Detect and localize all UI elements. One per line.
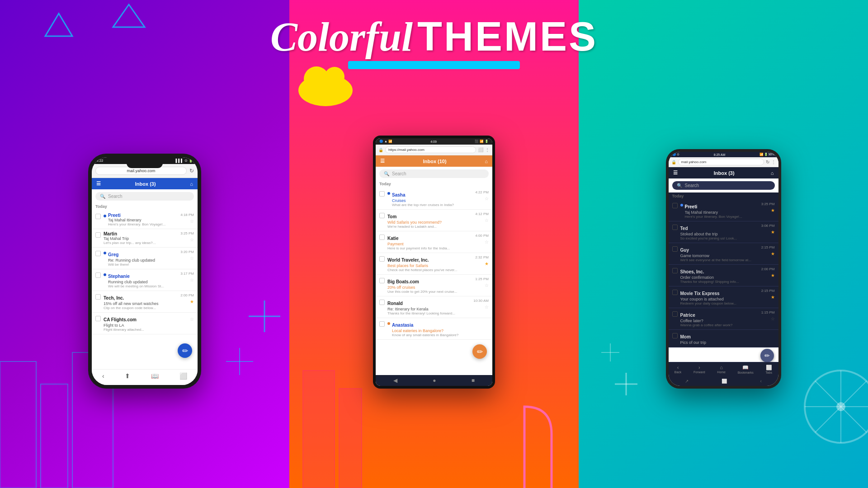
nav-home-android[interactable]: ● [433, 377, 436, 384]
home-icon-right[interactable]: ⌂ [771, 170, 774, 176]
email-time: 2:00 PM [180, 293, 194, 297]
hamburger-icon-middle[interactable]: ☰ [380, 158, 385, 164]
email-row-mid-6[interactable]: Anastasia Local eateries in Bangalore? K… [376, 318, 492, 340]
email-checkbox[interactable] [672, 225, 678, 230]
nav-tabs-sam[interactable]: ⬜ Tabs [765, 365, 772, 374]
email-star-icon[interactable]: ☆ [485, 283, 489, 288]
email-row-right-5[interactable]: Patrice Coffee later? Wanna grab a coffe… [669, 308, 778, 330]
email-time: 3:06 PM [761, 224, 775, 228]
email-star-icon[interactable]: ☆ [485, 218, 489, 223]
nav-recent-android[interactable]: ■ [472, 377, 475, 384]
email-star-icon[interactable]: ★ [771, 295, 775, 300]
email-star-icon[interactable]: ☆ [771, 316, 775, 321]
email-checkbox[interactable] [672, 268, 678, 273]
nav-bookmark-left[interactable]: 📖 [151, 372, 159, 380]
hamburger-icon-right[interactable]: ☰ [673, 170, 678, 176]
home-icon-middle[interactable]: ⌂ [485, 159, 488, 164]
email-row-mid-0[interactable]: Sasha Cruises What are the top river cru… [376, 188, 492, 210]
email-row-mid-4[interactable]: Big Boats.com 20% off cruises Use this c… [376, 275, 492, 296]
menu-icon-middle[interactable]: ⋮ [485, 147, 490, 152]
email-checkbox[interactable] [95, 251, 101, 256]
email-checkbox[interactable] [379, 256, 385, 262]
compose-fab-right[interactable]: ✏ [760, 349, 774, 362]
home-icon-left[interactable]: ⌂ [190, 181, 193, 187]
email-star-icon[interactable]: ☆ [485, 305, 489, 310]
email-star-icon[interactable]: ☆ [190, 317, 194, 322]
email-row-right-3[interactable]: Shoes, Inc. Order confirmation Thanks fo… [669, 265, 778, 286]
email-checkbox[interactable] [95, 294, 101, 300]
email-row-right-2[interactable]: Guy Game tomorrow We'll see everyone at … [669, 243, 778, 265]
email-checkbox[interactable] [95, 272, 101, 278]
email-row-mid-2[interactable]: Katie Payment Here is our payment info f… [376, 231, 492, 253]
search-bar-left[interactable]: 🔍 Search [95, 192, 194, 201]
email-checkbox[interactable] [672, 203, 678, 208]
nav-share-left[interactable]: ⬆ [125, 372, 130, 380]
email-checkbox[interactable] [379, 213, 385, 218]
search-bar-right[interactable]: 🔍 Search [672, 181, 775, 190]
email-row-right-0[interactable]: Preeti Taj Mahal Itinerary Here's your i… [669, 200, 778, 221]
email-row-mid-3[interactable]: World Traveler, Inc. Best places for Saf… [376, 253, 492, 275]
email-sender: Preeti [108, 213, 121, 218]
email-checkbox[interactable] [379, 300, 385, 305]
email-star-icon[interactable]: ★ [771, 230, 775, 235]
email-star-icon[interactable]: ★ [771, 273, 775, 278]
email-row-left-0[interactable]: Preeti Taj Mahal Itinerary Here's your i… [92, 211, 198, 229]
email-star-icon[interactable]: ★ [190, 299, 194, 304]
bottom-nav-android: ◀ ● ■ [376, 375, 492, 386]
url-bar-left[interactable]: mail.yahoo.com [95, 167, 187, 175]
email-checkbox[interactable] [379, 278, 385, 283]
email-checkbox[interactable] [95, 214, 101, 219]
compose-fab-left[interactable]: ✏ [178, 343, 192, 358]
email-checkbox[interactable] [379, 321, 385, 327]
email-row-left-3[interactable]: Stephanie Running club updated We will b… [92, 269, 198, 291]
search-bar-middle[interactable]: 🔍 Search [379, 169, 489, 178]
email-content: Shoes, Inc. Order confirmation Thanks fo… [680, 267, 759, 284]
email-checkbox[interactable] [95, 232, 101, 238]
email-star-icon[interactable]: ☆ [485, 239, 489, 244]
email-star-icon[interactable]: ☆ [190, 256, 194, 261]
email-row-mid-1[interactable]: Tom Wild Safaris you recommend? We're he… [376, 210, 492, 231]
email-row-mid-5[interactable]: Ronald Re: Itinerary for Kerala Thanks f… [376, 296, 492, 318]
email-star-icon[interactable]: ★ [485, 261, 489, 266]
email-checkbox[interactable] [672, 290, 678, 295]
refresh-icon[interactable]: ↻ [189, 168, 194, 174]
menu-icon-right[interactable]: ⋮ [771, 160, 776, 164]
email-time: 2:00 PM [761, 267, 775, 271]
email-row-right-1[interactable]: Ted Stoked about the trip So excited you… [669, 221, 778, 243]
nav-bookmarks-sam[interactable]: 📖 Bookmarks [738, 365, 754, 374]
email-row-left-5[interactable]: CA Flights.com Flight to LA Flight itine… [92, 313, 198, 334]
email-checkbox[interactable] [672, 246, 678, 252]
email-preview: Will be there! [108, 263, 178, 267]
panel-right: 🔵 ⊙ 8:25 AM 📶 🔋96% 🔒 mail.yahoo.com ↻ ⋮ … [579, 0, 868, 488]
email-checkbox[interactable] [95, 316, 101, 321]
email-row-left-2[interactable]: Greg Re: Running club updated Will be th… [92, 248, 198, 269]
email-star-icon[interactable]: ☆ [190, 277, 194, 282]
nav-back-android[interactable]: ◀ [393, 377, 397, 384]
email-row-right-4[interactable]: Movie Tix Express Your coupon is attache… [669, 286, 778, 308]
nav-forward-sam[interactable]: › Forward [693, 365, 705, 374]
nav-back-sam[interactable]: ‹ Back [675, 365, 682, 374]
samsung-bottom-nav: ‹ Back › Forward ⌂ Home 📖 Bookmarks [669, 362, 778, 376]
nav-home-sam[interactable]: ⌂ Home [717, 365, 726, 374]
compose-fab-middle[interactable]: ✏ [472, 344, 487, 359]
refresh-icon-right[interactable]: ↻ [766, 160, 769, 164]
nav-back-left[interactable]: ‹ [102, 372, 104, 380]
email-row-left-4[interactable]: Tech, Inc. 15% off all new smart watches… [92, 291, 198, 313]
email-checkbox[interactable] [379, 191, 385, 197]
email-checkbox[interactable] [379, 235, 385, 240]
email-row-left-1[interactable]: Martin Taj Mahal Trip Let's plan our tri… [92, 229, 198, 248]
hamburger-icon-left[interactable]: ☰ [96, 181, 101, 187]
email-star-icon[interactable]: ☆ [485, 196, 489, 201]
url-bar-middle[interactable]: https://mail.yahoo.com [385, 146, 476, 153]
email-star-icon[interactable]: ☆ [190, 237, 194, 242]
email-star-icon[interactable]: ★ [771, 251, 775, 256]
email-star-icon[interactable]: ☆ [190, 219, 194, 224]
email-row-right-6[interactable]: Mom Pics of our trip [669, 330, 778, 347]
url-bar-right[interactable]: mail.yahoo.com [678, 159, 764, 165]
email-subject: Best places for Safaris [387, 263, 472, 268]
nav-tabs-left[interactable]: ⬜ [179, 372, 187, 380]
email-checkbox[interactable] [672, 311, 678, 317]
email-checkbox[interactable] [672, 333, 678, 338]
email-star-icon[interactable]: ★ [771, 208, 775, 213]
tab-icon-middle[interactable]: ⬜ [478, 147, 483, 152]
